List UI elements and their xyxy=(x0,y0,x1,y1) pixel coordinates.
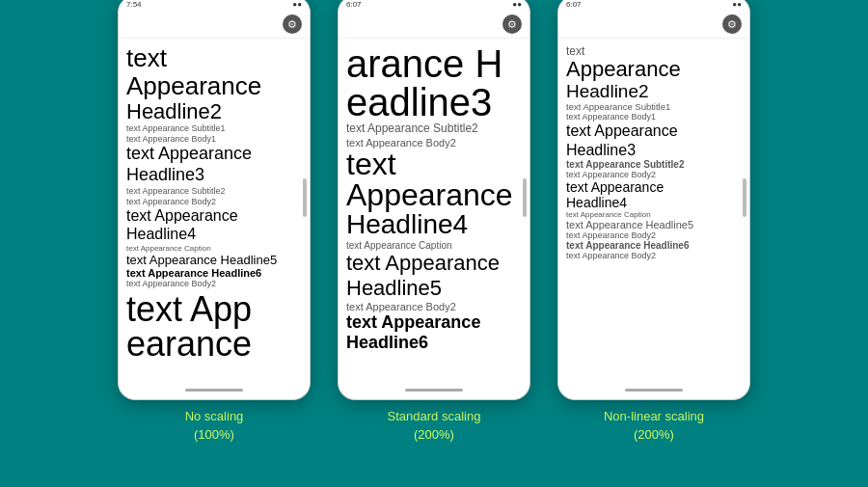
phone3-scroll[interactable] xyxy=(743,178,746,217)
phone1-content: text Appearance Headline2 text Appearanc… xyxy=(119,39,310,366)
phone3-wrapper: 6:07 ●● ⚙ text Appearance Headline2 text… xyxy=(557,0,750,444)
p1-caption: text Appearance Caption xyxy=(126,244,302,253)
phone2-status-right: ●● xyxy=(512,0,522,9)
phone3-bottom-bar xyxy=(625,389,683,392)
phone1-status-right: ●● xyxy=(292,0,302,9)
p2-headline5a: text Appearance xyxy=(346,251,522,276)
p3-head4a: text Appearance xyxy=(566,179,742,195)
p1-headline4b: Headline4 xyxy=(126,225,302,243)
p3-head5: text Appearance Headline5 xyxy=(566,219,742,230)
p1-headline3a: text Appearance xyxy=(126,144,302,165)
p3-caption: text Appearance Caption xyxy=(566,210,742,219)
phone2-content: arance H eadline3 text Appearance Subtit… xyxy=(339,39,529,358)
phone3: 6:07 ●● ⚙ text Appearance Headline2 text… xyxy=(557,0,750,400)
p3-head2: Headline2 xyxy=(566,82,742,102)
p2-headline1b: eadline3 xyxy=(346,83,522,122)
p1-body3: text Appearance Body2 xyxy=(126,279,302,288)
p1-large2: earance xyxy=(126,327,302,362)
phone3-content: text Appearance Headline2 text Appearanc… xyxy=(558,39,749,265)
phone3-toolbar: ⚙ xyxy=(558,11,749,39)
p3-head4b: Headline4 xyxy=(566,195,742,210)
p2-headline6b: Headline6 xyxy=(346,333,522,353)
p1-appearance: Appearance xyxy=(126,72,302,100)
phone3-label: Non-linear scaling (200%) xyxy=(604,408,704,443)
p1-text: text xyxy=(126,44,302,72)
p1-body2: text Appearance Body2 xyxy=(126,197,302,206)
gear-icon-3[interactable]: ⚙ xyxy=(722,14,742,34)
phone2-toolbar: ⚙ xyxy=(339,11,529,39)
phone2-scroll[interactable] xyxy=(523,178,527,217)
phone2-wrapper: 6:07 ●● ⚙ arance H eadline3 text Appeara… xyxy=(338,0,530,444)
p1-headline6: text Appearance Headline6 xyxy=(126,267,302,279)
phone1: 7:54 ●● ⚙ text Appearance Headline2 text… xyxy=(118,0,311,400)
p3-body4: text Appearance Body2 xyxy=(566,251,742,260)
p3-appear1: Appearance xyxy=(566,58,742,81)
p3-sub1: text Appearance Subtitle1 xyxy=(566,101,742,112)
phone1-bottom-bar xyxy=(185,389,243,392)
p1-headline3b: Headline3 xyxy=(126,165,302,186)
gear-icon-2[interactable]: ⚙ xyxy=(502,14,522,34)
phone1-scroll[interactable] xyxy=(303,178,307,217)
p2-headline5b: Headline5 xyxy=(346,276,522,301)
p3-body2: text Appearance Body2 xyxy=(566,170,742,179)
p1-large1: text App xyxy=(126,292,302,327)
p2-headline1a: arance H xyxy=(346,44,522,83)
p3-sub2: text Appearance Subtitle2 xyxy=(566,159,742,170)
phone3-status-bar: 6:07 ●● xyxy=(558,0,749,11)
phone1-status-bar: 7:54 ●● xyxy=(119,0,310,11)
p3-body3: text Appearance Body2 xyxy=(566,230,742,240)
phone2-status-left: 6:07 xyxy=(346,0,362,9)
p2-subtitle1: text Appearance Subtitle2 xyxy=(346,122,522,137)
p1-subtitle1: text Appearance Subtitle1 xyxy=(126,123,302,135)
p2-headline4: Headline4 xyxy=(346,210,522,240)
p3-head6: text Appearance Headline6 xyxy=(566,240,742,251)
p3-body1: text Appearance Body1 xyxy=(566,112,742,122)
p3-text1: text xyxy=(566,44,742,58)
p3-head3b: Headline3 xyxy=(566,141,742,159)
p2-headline6a: text Appearance xyxy=(346,312,522,333)
phone2-bottom-bar xyxy=(405,389,463,392)
p1-headline4a: text Appearance xyxy=(126,206,302,225)
gear-icon[interactable]: ⚙ xyxy=(283,14,302,34)
phone2: 6:07 ●● ⚙ arance H eadline3 text Appeara… xyxy=(338,0,530,400)
phone3-status-left: 6:07 xyxy=(566,0,582,9)
phone1-status-left: 7:54 xyxy=(126,0,142,9)
p3-head3a: text Appearance xyxy=(566,122,742,140)
p2-body2: text Appearance Body2 xyxy=(346,301,522,312)
p1-body1: text Appearance Body1 xyxy=(126,134,302,144)
p2-caption: text Appearance Caption xyxy=(346,240,522,251)
phone1-label: No scaling (100%) xyxy=(185,408,244,443)
phone1-wrapper: 7:54 ●● ⚙ text Appearance Headline2 text… xyxy=(118,0,311,444)
p1-subtitle2: text Appearance Subtitle2 xyxy=(126,186,302,198)
p2-text: text xyxy=(346,149,522,179)
phone2-label: Standard scaling (200%) xyxy=(388,408,481,443)
phone2-status-bar: 6:07 ●● xyxy=(339,0,529,11)
phone1-toolbar: ⚙ xyxy=(119,11,310,39)
p1-headline5: text Appearance Headline5 xyxy=(126,253,302,267)
p1-headline2: Headline2 xyxy=(126,100,302,123)
phones-container: 7:54 ●● ⚙ text Appearance Headline2 text… xyxy=(118,0,750,487)
p2-appearance: Appearance xyxy=(346,179,522,210)
phone3-status-right: ●● xyxy=(732,0,742,9)
